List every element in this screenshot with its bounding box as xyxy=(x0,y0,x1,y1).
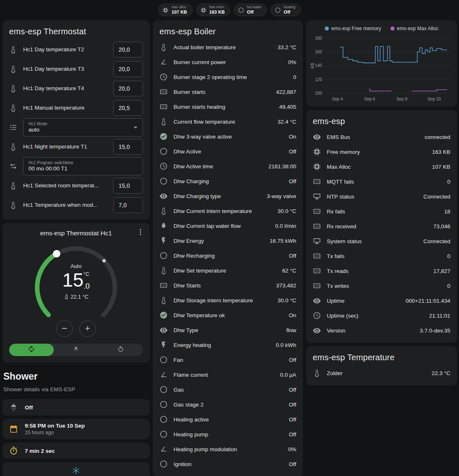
entity-row[interactable]: Version3.7.0-dev.35 xyxy=(313,323,450,338)
entity-row[interactable]: GasOff xyxy=(159,382,296,397)
entity-name: Ignition xyxy=(174,461,283,467)
entity-value: Off xyxy=(289,431,296,438)
entity-row[interactable]: 123Tx writes0 xyxy=(313,278,450,293)
number-input[interactable] xyxy=(113,100,143,116)
entity-value: flow xyxy=(286,327,296,333)
current-temp-value: 22.1 °C xyxy=(71,294,89,300)
shower-row[interactable] xyxy=(2,462,150,476)
number-input[interactable] xyxy=(113,197,143,213)
entity-row[interactable]: Dhw Charging type3-way valve xyxy=(159,189,296,203)
entity-row[interactable]: 123Burner starts heating49,405 xyxy=(159,99,296,114)
entity-row[interactable]: Actual boiler temperature33.2 °C xyxy=(159,40,296,55)
status-chip[interactable]: max alloc107 KB xyxy=(158,4,192,16)
entity-row[interactable]: Burner stage 2 operating time0 xyxy=(159,69,296,84)
entity-row[interactable]: Dhw Active time2181:38:00 xyxy=(159,159,296,174)
switchtime-input[interactable]: Hc1 Program switchtime00 mo 00:00 T1 xyxy=(23,157,143,175)
entity-name: Hc1 Temperature when mod... xyxy=(23,202,108,208)
thermostat-dial[interactable]: Auto 15 °C .0 22.1 °C xyxy=(26,239,126,339)
entity-row[interactable]: Hc1 Modeauto xyxy=(9,117,143,137)
entity-row[interactable]: 123Tx fails0 xyxy=(313,249,450,263)
entity-name: Dhw Current tap water flow xyxy=(174,223,269,229)
entity-row[interactable]: EMS Busconnected xyxy=(313,129,450,144)
entity-row[interactable]: Dhw Energy16.75 kWh xyxy=(159,233,296,248)
entity-row[interactable]: Zolder22.3 °C xyxy=(313,366,450,380)
status-chip[interactable]: free mem163 KB xyxy=(196,4,230,16)
entity-row[interactable]: Hc1 Day temperature T4 xyxy=(9,79,143,98)
decrease-temp-button[interactable] xyxy=(56,321,73,337)
number-input[interactable] xyxy=(113,139,143,155)
entity-row[interactable]: Dhw Temperature okOn xyxy=(159,308,296,323)
entity-row[interactable]: Max Alloc107 KB xyxy=(313,159,450,174)
entity-row[interactable]: Dhw ChargingOff xyxy=(159,174,296,189)
shower-row[interactable]: 7 min 2 sec xyxy=(2,443,150,459)
entity-row[interactable]: Heating pump modulation0% xyxy=(159,442,296,457)
increase-temp-button[interactable] xyxy=(79,321,96,337)
entity-row[interactable]: Dhw Current tap water flow0.0 l/min xyxy=(159,218,296,233)
entity-row[interactable]: Gas stage 2Off xyxy=(159,397,296,412)
entity-row[interactable]: Dhw ActiveOff xyxy=(159,144,296,159)
status-chip[interactable]: hot waterOff xyxy=(234,4,267,16)
entity-row[interactable]: 123Burner starts422,887 xyxy=(159,84,296,99)
entity-name: NTP status xyxy=(327,194,418,200)
entity-row[interactable]: Dhw Storage intern temperature30.0 °C xyxy=(159,293,296,308)
entity-row[interactable]: Dhw Typeflow xyxy=(159,323,296,337)
column-right: ems-esp Free memoryems-esp Max Alloc 100… xyxy=(306,20,457,385)
entity-row[interactable]: Dhw 3-way valve activeOn xyxy=(159,129,296,144)
entity-name: Dhw Type xyxy=(174,327,281,333)
entity-row[interactable]: Energy heating0.0 kWh xyxy=(159,337,296,352)
target-temp-decimal: .0 xyxy=(83,282,90,290)
counter-icon: 123 xyxy=(313,207,321,215)
entity-row[interactable]: 123Tx reads17,827 xyxy=(313,263,450,278)
entity-row[interactable]: IgnitionOff xyxy=(159,457,296,471)
mode-select[interactable]: Hc1 Modeauto xyxy=(23,118,143,136)
status-chip[interactable]: heatingOff xyxy=(271,4,301,16)
entity-row[interactable]: System statusConnected xyxy=(313,234,450,249)
more-options-icon[interactable] xyxy=(136,228,145,238)
number-input[interactable] xyxy=(113,42,143,57)
entity-row[interactable]: NTP statusConnected xyxy=(313,189,450,204)
hvac-mode-off[interactable] xyxy=(98,344,143,356)
legend-item[interactable]: ems-esp Max Alloc xyxy=(390,26,439,31)
entity-row[interactable]: Hc1 Day temperature T3 xyxy=(9,59,143,79)
hvac-mode-heat[interactable] xyxy=(54,344,98,356)
entity-row[interactable]: 123Rx fails18 xyxy=(313,204,450,219)
entity-row[interactable]: Dhw Current intern temperature30.0 °C xyxy=(159,203,296,218)
entity-row[interactable]: Flame current0.0 µA xyxy=(159,367,296,382)
entity-row[interactable]: Dhw RechargingOff xyxy=(159,248,296,263)
entity-row[interactable]: Heating activeOff xyxy=(159,412,296,427)
counter-icon: 123 xyxy=(159,88,168,96)
entity-row[interactable]: Hc1 Temperature when mod... xyxy=(9,195,143,215)
entity-row[interactable]: 123Rx received73,046 xyxy=(313,219,450,234)
circle-icon xyxy=(159,251,168,260)
entity-row[interactable]: Burner current power0% xyxy=(159,55,296,69)
entity-name: Dhw Active time xyxy=(174,163,262,170)
thermostat-header: ems-esp Thermostat Hc1 xyxy=(9,228,143,237)
entity-row[interactable]: Uptime000+21:11:01.434 xyxy=(313,293,450,308)
entity-row[interactable]: Hc1 Selected room temperat... xyxy=(9,176,143,195)
shower-row[interactable]: 9:58 PM on Tue 10 Sep15 hours ago xyxy=(2,419,150,439)
entity-row[interactable]: Hc1 Night temperature T1 xyxy=(9,137,143,156)
legend-item[interactable]: ems-esp Free memory xyxy=(325,26,381,31)
entity-row[interactable]: Heating pumpOff xyxy=(159,427,296,442)
entity-row[interactable]: 123MQTT fails0 xyxy=(313,174,450,189)
number-input[interactable] xyxy=(113,61,143,77)
shower-row[interactable]: Off xyxy=(2,399,150,416)
entity-value: 0 xyxy=(447,283,450,289)
entity-row[interactable]: 123Dhw Starts373,482 xyxy=(159,278,296,293)
entity-row[interactable]: Uptime (sec)21:11:01 xyxy=(313,308,450,323)
number-input[interactable] xyxy=(113,178,143,194)
flash-icon xyxy=(159,341,168,349)
entity-row[interactable]: Hc1 Manual temperature xyxy=(9,98,143,117)
entity-row[interactable]: Free memory163 KB xyxy=(313,144,450,159)
circle-icon xyxy=(159,430,168,438)
memory-history-chart: 100120140160180Sep 4Sep 6Sep 8Sep 10KB xyxy=(310,34,453,105)
hvac-mode-auto[interactable] xyxy=(9,344,54,356)
entity-row[interactable]: Current flow temperature32.4 °C xyxy=(159,114,296,129)
entity-row[interactable]: Hc1 Day temperature T2 xyxy=(9,40,143,59)
entity-row[interactable]: Hc1 Program switchtime00 mo 00:00 T1 xyxy=(9,156,143,176)
number-input[interactable] xyxy=(113,81,143,96)
target-temp-integer: 15 xyxy=(62,270,83,289)
entity-name: Dhw Charging xyxy=(174,178,283,184)
entity-row[interactable]: FanOff xyxy=(159,352,296,367)
entity-row[interactable]: Dhw Set temperature62 °C xyxy=(159,263,296,278)
